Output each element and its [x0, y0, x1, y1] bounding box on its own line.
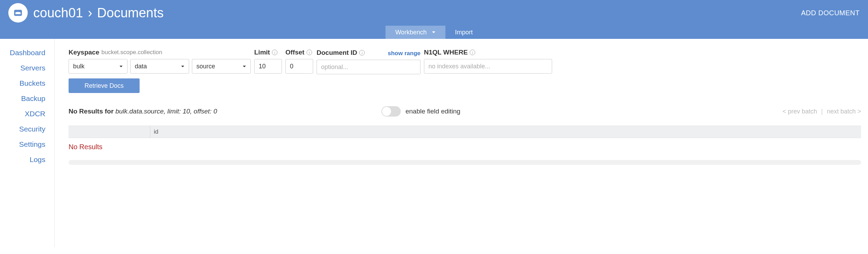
keyspace-label: Keyspace bucket.scope.collection	[69, 49, 251, 56]
results-message: No Results for bulk.data.source, limit: …	[69, 108, 217, 115]
scope-select[interactable]: data	[130, 59, 189, 74]
main-panel: Keyspace bucket.scope.collection bulk da…	[55, 39, 868, 247]
limit-label-text: Limit	[254, 49, 270, 56]
info-icon[interactable]: i	[470, 50, 475, 55]
no-results-text: No Results	[69, 143, 861, 151]
column-id: id	[150, 128, 158, 135]
results-query: bulk.data.source, limit: 10, offset: 0	[115, 108, 217, 115]
scope-select-value: data	[135, 63, 147, 70]
bucket-select[interactable]: bulk	[69, 59, 127, 74]
content-area: Dashboard Servers Buckets Backup XDCR Se…	[0, 39, 868, 247]
caret-down-icon	[119, 63, 123, 70]
results-row: No Results for bulk.data.source, limit: …	[69, 106, 861, 117]
header-bar: couch01 › Documents ADD DOCUMENT	[0, 0, 868, 26]
toggle-knob	[382, 107, 391, 116]
chevron-right-icon: ›	[88, 6, 92, 20]
horizontal-scrollbar[interactable]	[69, 160, 861, 165]
retrieve-docs-button[interactable]: Retrieve Docs	[69, 78, 140, 93]
collection-select-value: source	[196, 63, 215, 70]
collection-select[interactable]: source	[192, 59, 251, 74]
info-icon[interactable]: i	[307, 50, 312, 55]
results-prefix: No Results for	[69, 108, 115, 115]
sidebar-item-security[interactable]: Security	[19, 125, 54, 133]
n1ql-input[interactable]	[424, 59, 552, 74]
info-icon[interactable]: i	[359, 50, 365, 56]
sidebar-item-xdcr[interactable]: XDCR	[25, 110, 54, 118]
show-range-link[interactable]: show range	[388, 49, 420, 57]
offset-label: Offset i	[285, 49, 313, 56]
sidebar: Dashboard Servers Buckets Backup XDCR Se…	[0, 39, 55, 247]
add-document-button[interactable]: ADD DOCUMENT	[801, 9, 860, 17]
sidebar-item-backup[interactable]: Backup	[21, 94, 54, 103]
breadcrumb: couch01 › Documents	[33, 6, 164, 20]
keyspace-label-text: Keyspace	[69, 49, 99, 56]
couchbase-logo	[8, 3, 28, 23]
docid-input[interactable]	[317, 60, 420, 74]
breadcrumb-node[interactable]: couch01	[33, 6, 83, 20]
pager: < prev batch | next batch >	[782, 108, 861, 115]
keyspace-selects: bulk data source	[69, 59, 251, 74]
caret-down-icon	[181, 63, 185, 70]
chevron-down-icon	[432, 29, 436, 36]
sidebar-item-servers[interactable]: Servers	[20, 64, 54, 72]
limit-input[interactable]	[254, 59, 282, 74]
keyspace-hint: bucket.scope.collection	[101, 49, 162, 56]
docid-group: Document ID i show range	[317, 49, 420, 74]
n1ql-group: N1QL WHERE i	[424, 49, 552, 74]
breadcrumb-page: Documents	[97, 6, 163, 20]
offset-label-text: Offset	[285, 49, 304, 56]
tab-import[interactable]: Import	[445, 26, 482, 39]
pager-separator: |	[821, 108, 823, 115]
info-icon[interactable]: i	[272, 50, 277, 55]
results-table-header: id	[69, 126, 861, 138]
field-editing-label: enable field editing	[406, 108, 460, 115]
bucket-select-value: bulk	[73, 63, 85, 70]
sidebar-item-dashboard[interactable]: Dashboard	[10, 49, 54, 57]
next-batch-link[interactable]: next batch >	[827, 108, 861, 115]
keyspace-group: Keyspace bucket.scope.collection bulk da…	[69, 49, 251, 74]
offset-group: Offset i	[285, 49, 313, 74]
sidebar-item-settings[interactable]: Settings	[19, 140, 54, 149]
caret-down-icon	[242, 63, 246, 70]
sidebar-item-logs[interactable]: Logs	[29, 155, 54, 164]
limit-group: Limit i	[254, 49, 282, 74]
docid-label: Document ID i show range	[317, 49, 420, 57]
tab-workbench-label: Workbench	[395, 29, 427, 36]
tab-workbench[interactable]: Workbench	[386, 26, 445, 39]
limit-label: Limit i	[254, 49, 282, 56]
subnav-tabbar: Workbench Import	[0, 26, 868, 39]
offset-input[interactable]	[285, 59, 313, 74]
docid-label-text: Document ID	[317, 49, 357, 57]
n1ql-label-text: N1QL WHERE	[424, 49, 468, 56]
table-header-spacer	[69, 126, 150, 138]
field-editing-toggle-wrap: enable field editing	[381, 106, 460, 117]
filters-row: Keyspace bucket.scope.collection bulk da…	[69, 49, 861, 74]
tab-import-label: Import	[455, 29, 473, 36]
sidebar-item-buckets[interactable]: Buckets	[19, 79, 54, 87]
prev-batch-link[interactable]: < prev batch	[782, 108, 817, 115]
n1ql-label: N1QL WHERE i	[424, 49, 552, 56]
field-editing-toggle[interactable]	[381, 106, 401, 117]
